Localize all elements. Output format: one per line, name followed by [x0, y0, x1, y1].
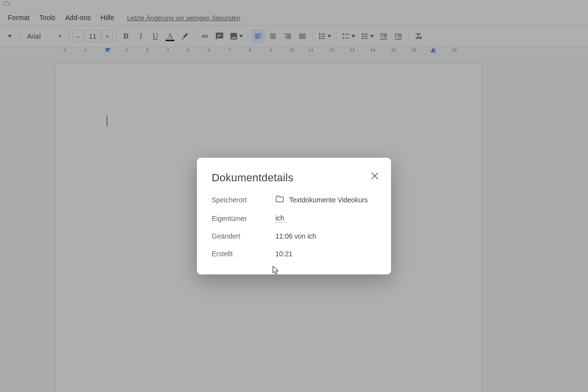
- detail-row-modified: Geändert 11:06 von ich: [212, 232, 376, 240]
- detail-row-created: Erstellt 10:21: [212, 250, 376, 258]
- modified-label: Geändert: [212, 232, 275, 240]
- created-label: Erstellt: [212, 250, 275, 258]
- document-details-dialog: Dokumentdetails Speicherort Textdokument…: [197, 158, 391, 274]
- location-label: Speicherort: [212, 196, 275, 204]
- owner-label: Eigentümer: [212, 215, 275, 222]
- folder-icon: [275, 195, 284, 204]
- dialog-title: Dokumentdetails: [212, 172, 376, 184]
- detail-row-location: Speicherort Textdokumente Videokurs: [212, 195, 376, 204]
- close-icon: [371, 172, 379, 180]
- modified-value: 11:06 von ich: [275, 232, 316, 240]
- detail-row-owner: Eigentümer ich: [212, 214, 376, 222]
- owner-value: ich: [275, 214, 284, 222]
- location-value[interactable]: Textdokumente Videokurs: [289, 196, 368, 204]
- dialog-close-button[interactable]: [368, 169, 382, 183]
- created-value: 10:21: [275, 250, 293, 258]
